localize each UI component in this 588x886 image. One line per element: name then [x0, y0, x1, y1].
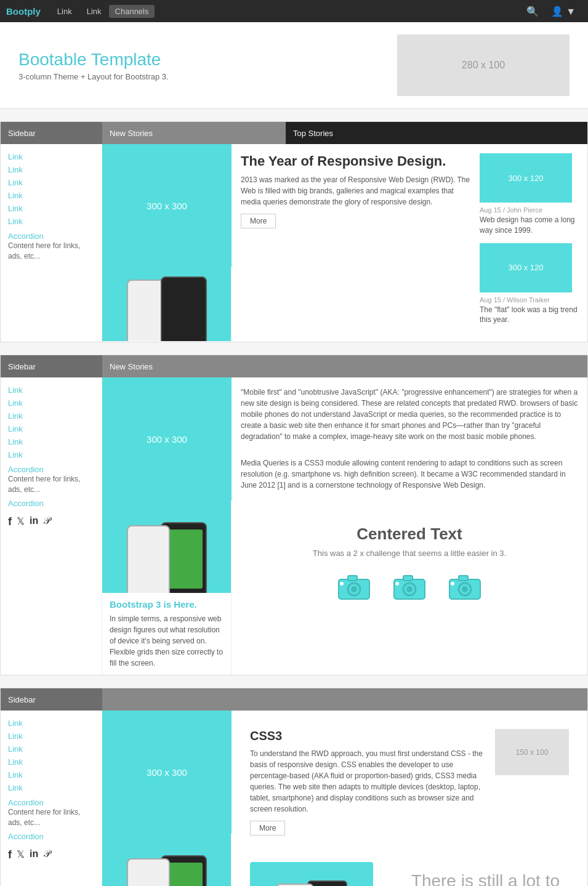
- twitter-icon[interactable]: 𝕏: [17, 515, 25, 528]
- s2-sidebar-link-5[interactable]: Link: [8, 435, 94, 448]
- section-2-header: Sidebar New Stories: [1, 355, 587, 377]
- css3-body: To understand the RWD approach, you must…: [250, 748, 486, 815]
- centered-section: Centered Text This was a 2 x challenge t…: [241, 506, 578, 627]
- article-1-title: The Year of Responsive Design.: [241, 153, 473, 169]
- brand-logo[interactable]: Bootply: [6, 6, 41, 17]
- s2-sidebar-link-2[interactable]: Link: [8, 397, 94, 409]
- big-quote: There is still a lot to be said about th…: [385, 858, 569, 886]
- s3-accordion-content: Content here for links, ads, etc...: [8, 807, 94, 828]
- section-3-sidebar-label: Sidebar: [1, 688, 102, 711]
- thumb-1-placeholder: 300 x 120: [480, 153, 572, 203]
- s2-sidebar-link-3[interactable]: Link: [8, 409, 94, 422]
- svg-rect-13: [459, 576, 468, 581]
- section-1-sidebar-label: Sidebar: [1, 122, 102, 144]
- header-ad-placeholder: 280 x 100: [397, 34, 570, 96]
- article-1-more-button[interactable]: More: [241, 214, 276, 228]
- sidebar-link-6[interactable]: Link: [8, 215, 94, 228]
- s2-accordion-title[interactable]: Accordion: [8, 465, 94, 474]
- right-col-1: The Year of Responsive Design. 2013 was …: [232, 144, 587, 342]
- channels-button[interactable]: Channels: [109, 5, 155, 18]
- big-quote-text: There is still a lot to be said about th…: [395, 871, 560, 886]
- header: Bootable Template 3-column Theme + Layou…: [0, 22, 588, 109]
- center-col-1: 300 x 300: [102, 144, 232, 342]
- s2-accordion2-title[interactable]: Accordion: [8, 499, 94, 508]
- nav-link-2[interactable]: Link: [79, 0, 109, 22]
- s3-linkedin-icon[interactable]: in: [30, 848, 38, 861]
- sidebar-link-5[interactable]: Link: [8, 202, 94, 215]
- centered-title: Centered Text: [265, 525, 554, 544]
- svg-point-14: [451, 582, 454, 586]
- search-icon[interactable]: 🔍: [520, 6, 545, 17]
- s2-accordion-content: Content here for links, ads, etc...: [8, 474, 94, 495]
- css3-title: CSS3: [250, 729, 486, 743]
- s3-sidebar-link-5[interactable]: Link: [8, 768, 94, 781]
- article-1-body: 2013 was marked as the year of Responsiv…: [241, 174, 473, 207]
- sidebar-link-4[interactable]: Link: [8, 189, 94, 202]
- center-image-placeholder-1: 300 x 300: [102, 144, 232, 267]
- sidebar-link-1[interactable]: Link: [8, 150, 94, 163]
- s2-article-body-2: Media Queries is a CSS3 module allowing …: [241, 457, 578, 491]
- thumb-2-text: The "flat" look was a big trend this yea…: [480, 305, 578, 326]
- camera-icon-3: [446, 570, 483, 608]
- css3-side: 150 x 100: [495, 729, 569, 775]
- s3-accordion-title[interactable]: Accordion: [8, 798, 94, 807]
- section-1-new-stories-label: New Stories: [102, 122, 286, 144]
- svg-point-2: [351, 586, 357, 592]
- css3-more-button[interactable]: More: [250, 821, 285, 836]
- right-col-2: "Mobile first" and "unobtrusive JavaScri…: [232, 377, 587, 675]
- sidebar-2: Link Link Link Link Link Link Accordion …: [1, 377, 102, 675]
- svg-point-9: [395, 582, 399, 586]
- s3-twitter-icon[interactable]: 𝕏: [17, 848, 25, 861]
- css3-main: CSS3 To understand the RWD approach, you…: [250, 729, 486, 843]
- sidebar-1: Link Link Link Link Link Link Accordion …: [1, 144, 102, 342]
- s2-sidebar-link-4[interactable]: Link: [8, 422, 94, 435]
- svg-point-7: [406, 586, 413, 592]
- nav-link-1[interactable]: Link: [50, 0, 79, 22]
- right-col-3: CSS3 To understand the RWD approach, you…: [232, 711, 587, 886]
- linkedin-icon[interactable]: in: [30, 515, 38, 528]
- thumb-1-meta: Aug 15 / John Pierce: [480, 206, 578, 214]
- right-top-1: The Year of Responsive Design. 2013 was …: [241, 153, 578, 332]
- s3-sidebar-link-1[interactable]: Link: [8, 717, 94, 730]
- s2-sidebar-link-1[interactable]: Link: [8, 384, 94, 397]
- section-1-header: Sidebar New Stories Top Stories: [1, 122, 587, 144]
- social-icons-2: f 𝕏 in 𝒫: [8, 515, 94, 528]
- s2-article-body-1: "Mobile first" and "unobtrusive JavaScri…: [241, 387, 578, 442]
- sidebar-link-2[interactable]: Link: [8, 163, 94, 176]
- center-image-placeholder-2: 300 x 300: [102, 377, 232, 501]
- s3-accordion2-title[interactable]: Accordion: [8, 832, 94, 841]
- phones-image-area: [250, 862, 373, 886]
- center-col-2: 300 x 300 Bootstrap 3 is Here. In simple…: [102, 377, 232, 675]
- s3-facebook-icon[interactable]: f: [8, 848, 12, 861]
- side-thumbnails-1: 300 x 120 Aug 15 / John Pierce Web desig…: [480, 153, 578, 332]
- section-2: Sidebar New Stories Link Link Link Link …: [0, 355, 588, 675]
- section-2-sidebar-label: Sidebar: [1, 355, 102, 377]
- css3-placeholder: 150 x 100: [495, 729, 569, 775]
- camera-icons: [265, 570, 554, 608]
- pinterest-icon[interactable]: 𝒫: [43, 515, 50, 528]
- section-1: Sidebar New Stories Top Stories Link Lin…: [0, 121, 588, 342]
- s3-pinterest-icon[interactable]: 𝒫: [43, 848, 50, 861]
- social-icons-3: f 𝕏 in 𝒫: [8, 848, 94, 861]
- sidebar-accordion-content: Content here for links, ads, etc...: [8, 241, 94, 262]
- center-image-placeholder-3: 300 x 300: [102, 711, 232, 834]
- thumb-1-text: Web design has come a long way since 199…: [480, 215, 578, 236]
- section-3-header: Sidebar: [1, 688, 587, 711]
- centered-subtitle: This was a 2 x challenge that seems a li…: [265, 549, 554, 558]
- css3-section: CSS3 To understand the RWD approach, you…: [241, 720, 578, 852]
- page-title: Bootable Template: [18, 50, 169, 70]
- center-col-3: 300 x 300 Bootstrap 3 is Here. In simple…: [102, 711, 232, 886]
- s2-sidebar-link-6[interactable]: Link: [8, 448, 94, 461]
- sidebar-link-3[interactable]: Link: [8, 176, 94, 189]
- facebook-icon[interactable]: f: [8, 515, 12, 528]
- sidebar-accordion-title[interactable]: Accordion: [8, 232, 94, 241]
- s3-sidebar-link-4[interactable]: Link: [8, 755, 94, 768]
- s3-sidebar-link-3[interactable]: Link: [8, 743, 94, 755]
- top-nav: Bootply Link Link Channels 🔍 👤 ▼: [0, 0, 588, 22]
- s3-sidebar-link-2[interactable]: Link: [8, 730, 94, 743]
- svg-rect-8: [403, 576, 413, 581]
- bootstrap-card-text-2: In simple terms, a responsive web design…: [110, 613, 224, 669]
- big-quote-area: There is still a lot to be said about th…: [241, 852, 578, 886]
- s3-sidebar-link-6[interactable]: Link: [8, 781, 94, 794]
- user-icon[interactable]: 👤 ▼: [545, 6, 582, 17]
